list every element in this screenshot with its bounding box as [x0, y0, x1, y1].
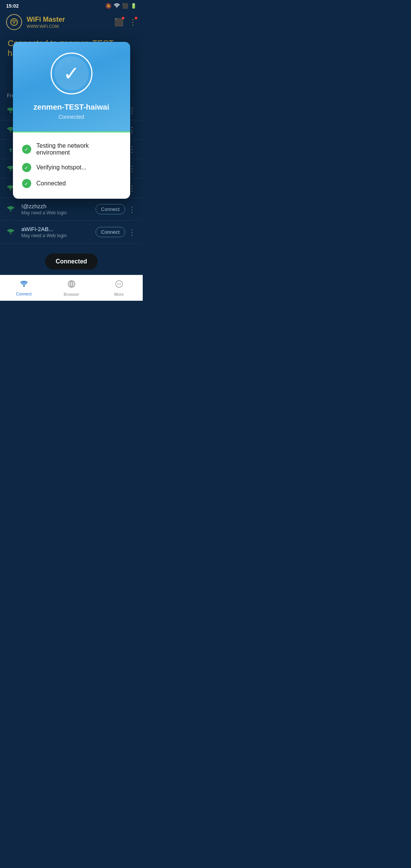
- wifi-list-item-awifi[interactable]: aWiFi-2AB... May need a Web login Connec…: [0, 221, 143, 244]
- green-check-icon: ✓: [22, 145, 31, 154]
- wifi-sub: May need a Web login: [21, 233, 96, 238]
- svg-point-12: [10, 233, 11, 235]
- svg-point-18: [120, 283, 121, 284]
- nav-more[interactable]: More: [95, 275, 143, 301]
- time-display: 15:02: [6, 3, 19, 9]
- svg-point-6: [10, 112, 11, 113]
- status-bar: 15:02 🔕 ⬛ 🔋: [0, 0, 143, 10]
- svg-point-10: [10, 189, 11, 190]
- wifi-signal-green-icon: [7, 205, 16, 214]
- wifi-name: aWiFi-2AB...: [21, 226, 96, 232]
- modal-bottom-section: ✓ Testing the network environment ✓ Veri…: [13, 132, 130, 199]
- browser-icon: [67, 280, 76, 290]
- wifi-list-item-zzhzzh[interactable]: !@zzhzzh May need a Web login Connect ⋮: [0, 198, 143, 221]
- menu-badge: [135, 17, 137, 19]
- svg-point-8: [10, 150, 11, 152]
- check-item-connected: ✓ Connected: [22, 179, 121, 188]
- app-header-left: WiFi Master WWW.WiFi.COM: [6, 14, 65, 30]
- wifi-item-zzhzzh-info: !@zzhzzh May need a Web login: [21, 203, 96, 215]
- app-header: WiFi Master WWW.WiFi.COM ⬛ ⋮: [0, 10, 143, 35]
- svg-point-2: [13, 21, 15, 23]
- svg-point-9: [10, 170, 11, 171]
- app-logo-icon: [6, 14, 22, 30]
- bottom-nav: Connect Browser More: [0, 275, 143, 301]
- wifi-signal-icon: [114, 3, 120, 9]
- status-icons: 🔕 ⬛ 🔋: [105, 3, 137, 9]
- svg-point-11: [10, 211, 11, 212]
- nav-connect-label: Connect: [16, 292, 32, 296]
- check-item-network: ✓ Testing the network environment: [22, 142, 121, 156]
- nav-browser[interactable]: Browser: [48, 275, 95, 301]
- success-circle: ✓: [51, 53, 92, 94]
- menu-button[interactable]: ⋮: [129, 18, 137, 27]
- connect-zzhzzh-button[interactable]: Connect: [96, 204, 125, 214]
- green-check-icon: ✓: [22, 163, 31, 172]
- wifi-name: !@zzhzzh: [21, 203, 96, 209]
- nav-browser-label: Browser: [64, 292, 79, 297]
- check-item-hotspot-label: Verifying hotspot...: [37, 164, 87, 171]
- more-dots-icon: [115, 280, 123, 290]
- nav-more-label: More: [114, 292, 124, 297]
- scan-badge: [122, 17, 124, 19]
- svg-point-16: [117, 283, 118, 284]
- app-title-group: WiFi Master WWW.WiFi.COM: [27, 16, 65, 29]
- wifi-item-more-icon[interactable]: ⋮: [128, 228, 136, 237]
- header-actions: ⬛ ⋮: [114, 18, 137, 27]
- svg-point-0: [116, 7, 117, 8]
- scan-button[interactable]: ⬛: [114, 18, 124, 27]
- wifi-item-awifi-info: aWiFi-2AB... May need a Web login: [21, 226, 96, 238]
- svg-point-17: [118, 283, 119, 284]
- svg-point-13: [23, 285, 24, 286]
- modal-top-section: ✓ zenmen-TEST-haiwai Connected: [13, 42, 130, 131]
- check-item-network-label: Testing the network environment: [37, 142, 121, 156]
- wifi-item-more-icon[interactable]: ⋮: [128, 205, 136, 214]
- modal-connected-label: Connected: [59, 114, 84, 120]
- connect-icon: [19, 280, 29, 290]
- nav-connect[interactable]: Connect: [0, 275, 48, 301]
- green-check-icon: ✓: [22, 179, 31, 188]
- app-subtitle: WWW.WiFi.COM: [27, 24, 65, 29]
- check-icon: ✓: [63, 64, 80, 83]
- toast-notification: Connected: [45, 254, 98, 270]
- battery-icon: 🔋: [131, 3, 137, 9]
- silent-icon: 🔕: [105, 3, 112, 9]
- wifi-signal-green-icon: [7, 228, 16, 236]
- wifi-sub: May need a Web login: [21, 210, 96, 215]
- check-item-connected-label: Connected: [37, 180, 66, 187]
- connection-modal: ✓ zenmen-TEST-haiwai Connected ✓ Testing…: [13, 42, 130, 199]
- check-item-hotspot: ✓ Verifying hotspot...: [22, 163, 121, 172]
- modal-ssid: zenmen-TEST-haiwai: [33, 103, 109, 112]
- screenshot-icon: ⬛: [122, 3, 128, 9]
- connect-awifi-button[interactable]: Connect: [96, 227, 125, 237]
- app-title: WiFi Master: [27, 16, 65, 24]
- svg-point-7: [10, 131, 11, 132]
